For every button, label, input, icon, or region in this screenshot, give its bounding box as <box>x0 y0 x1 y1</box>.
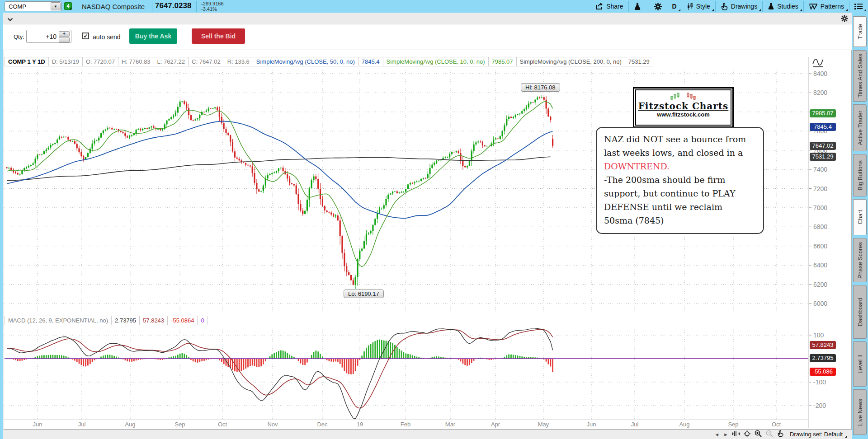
timeframe-button[interactable]: D <box>668 0 681 13</box>
price-pane-header: COMP 1 Y 1D D: 5/13/19O: 7720.07H: 7760.… <box>5 57 653 66</box>
sell-the-bid-button[interactable]: Sell the Bid <box>192 28 245 44</box>
drawing-set-selector[interactable]: Drawing set: Default <box>790 431 847 438</box>
sma200-study-label[interactable]: SimpleMovingAvg (CLOSE, 200, 0, no) <box>517 57 625 66</box>
sma10-value: 7985.07 <box>489 57 517 66</box>
macd-pane-header: MACD (12, 26, 9, EXPONENTIAL, no) 2.7379… <box>5 316 208 325</box>
separator <box>628 1 629 12</box>
bar-spacing-icon[interactable] <box>732 430 740 439</box>
note-line: support, but continue to PLAY <box>604 187 763 200</box>
chevron-down-icon[interactable] <box>7 15 13 23</box>
qty-decrement-button[interactable]: – <box>59 37 70 42</box>
zoom-in-icon[interactable] <box>755 430 762 439</box>
sidebar-tab-chart[interactable]: Chart <box>853 199 867 235</box>
logo-url: www.fitzstock.com <box>634 111 732 118</box>
note-line: DOWNTREND. <box>604 159 763 173</box>
sma200-value: 7531.29 <box>625 57 653 66</box>
sma50-study-label[interactable]: SimpleMovingAvg (CLOSE, 50, 0, no) <box>253 57 359 66</box>
pan-left-icon[interactable]: ◄ <box>714 432 719 437</box>
sidebar-tab-label: Dashboard <box>857 298 863 327</box>
qty-label: Qty: <box>14 33 24 40</box>
sidebar-tab-label: Big Buttons <box>857 160 863 191</box>
qty-increment-button[interactable]: + <box>59 31 70 37</box>
gear-icon <box>654 3 662 10</box>
macd-value: 2.73795 <box>112 316 140 325</box>
separator <box>803 1 804 12</box>
separator <box>715 1 716 12</box>
note-line: DEFENSE until we reclaim <box>604 200 763 214</box>
auto-send-label: auto send <box>93 33 121 41</box>
sidebar-tab-dashboard[interactable]: Dashboard <box>853 285 867 339</box>
macd-study-label[interactable]: MACD (12, 26, 9, EXPONENTIAL, no) <box>5 316 112 325</box>
separator <box>649 1 649 12</box>
low-annotation-badge: Lo: 6190.17 <box>344 290 384 298</box>
sma50-value: 7845.4 <box>359 57 383 66</box>
quantity-stepper[interactable]: +10 + – <box>26 30 71 43</box>
sidebar-tab-label: Trade <box>857 24 863 39</box>
chart-menu-button[interactable] <box>850 0 867 13</box>
ohlc-cell: R: 133.6 <box>224 57 253 66</box>
separator <box>152 1 152 12</box>
sidebar-tab-trade[interactable]: Trade <box>853 16 867 47</box>
sidebar-tab-label: Active Trader <box>857 111 863 145</box>
sidebar-tab-label: Live News <box>857 399 863 426</box>
hand-icon <box>721 3 728 10</box>
price-axis-badge: 7845.4 <box>810 123 836 131</box>
symbol-dropdown-icon[interactable]: ▼ <box>51 2 61 10</box>
dropdown-corner <box>845 435 847 438</box>
sma10-study-label[interactable]: SimpleMovingAvg (CLOSE, 10, 0, no) <box>383 57 489 66</box>
gear-icon[interactable] <box>841 15 848 24</box>
macd-axis-badge: 57.8243 <box>810 341 836 349</box>
ohlc-cell: L: 7627.22 <box>154 57 189 66</box>
price-axis-badge: 7531.29 <box>810 153 836 161</box>
pan-right-icon[interactable]: ► <box>723 432 728 437</box>
sidebar-tab-label: Times And Sales <box>857 54 863 98</box>
separator <box>849 1 849 12</box>
macd-axis-badge: 2.73795 <box>810 354 836 362</box>
crosshair-icon[interactable] <box>744 430 750 439</box>
dropdown-corner <box>845 9 848 11</box>
flask-icon <box>634 3 641 10</box>
list-menu-icon <box>854 3 863 9</box>
share-button[interactable]: Share <box>591 0 627 13</box>
logo-candles <box>634 92 732 101</box>
dropdown-corner <box>678 9 680 11</box>
flask-icon <box>768 3 774 10</box>
buy-the-ask-button[interactable]: Buy the Ask <box>129 28 177 44</box>
style-button[interactable]: Style <box>683 0 715 13</box>
auto-send-checkbox[interactable]: ✓ <box>82 33 89 39</box>
separator <box>196 1 197 12</box>
ohlc-cell: D: 5/13/19 <box>49 57 83 66</box>
top-toolbar: COMP ▼ 4 NASDAQ Composite 7647.0238 -269… <box>0 0 868 13</box>
logo-title: Fitzstock Charts <box>634 101 732 111</box>
sidebar-tab-phase-scores[interactable]: Phase Scores <box>853 238 867 282</box>
quantity-value: +10 <box>46 33 57 40</box>
note-line: NAZ did NOT see a bounce from <box>604 132 763 146</box>
dropdown-corner <box>759 9 761 11</box>
studies-button[interactable]: Studies <box>763 0 803 13</box>
sidebar-tab-label: Level II <box>857 355 863 374</box>
sidebar-tab-level-ii[interactable]: Level II <box>853 341 867 387</box>
drawings-button[interactable]: Drawings <box>716 0 762 13</box>
macd-axis-badge: -55.086 <box>810 368 836 376</box>
link-channel-badge[interactable]: 4 <box>64 2 72 10</box>
analysis-note-drawing[interactable]: NAZ did NOT see a bounce fromlast weeks … <box>596 127 764 234</box>
sidebar-tab-active-trader[interactable]: Active Trader <box>853 104 867 151</box>
sidebar-tab-label: Chart <box>857 210 863 224</box>
dropdown-corner <box>712 9 714 11</box>
patterns-icon <box>809 3 818 10</box>
right-sidebar: TradeTimes And SalesActive TraderBig But… <box>852 13 868 436</box>
ohlc-cell: H: 7760.83 <box>118 57 154 66</box>
symbol-combobox[interactable]: COMP ▼ <box>5 1 61 11</box>
dropdown-corner <box>800 9 802 11</box>
sidebar-tab-times-and-sales[interactable]: Times And Sales <box>853 50 867 102</box>
patterns-button[interactable]: Patterns <box>804 0 849 13</box>
analysis-flask-button[interactable] <box>629 0 648 13</box>
zoom-out-icon[interactable] <box>766 430 773 439</box>
hand-tool-icon[interactable] <box>777 430 784 439</box>
high-annotation-badge: Hi: 8176.08 <box>521 83 560 92</box>
sidebar-tab-live-news[interactable]: Live News <box>853 389 867 435</box>
settings-button[interactable] <box>650 0 666 13</box>
price-change: -269.9166 -3.41% <box>201 1 224 12</box>
sidebar-tab-big-buttons[interactable]: Big Buttons <box>853 154 867 196</box>
fitzstock-logo-drawing[interactable]: Fitzstock Charts www.fitzstock.com <box>633 87 734 128</box>
